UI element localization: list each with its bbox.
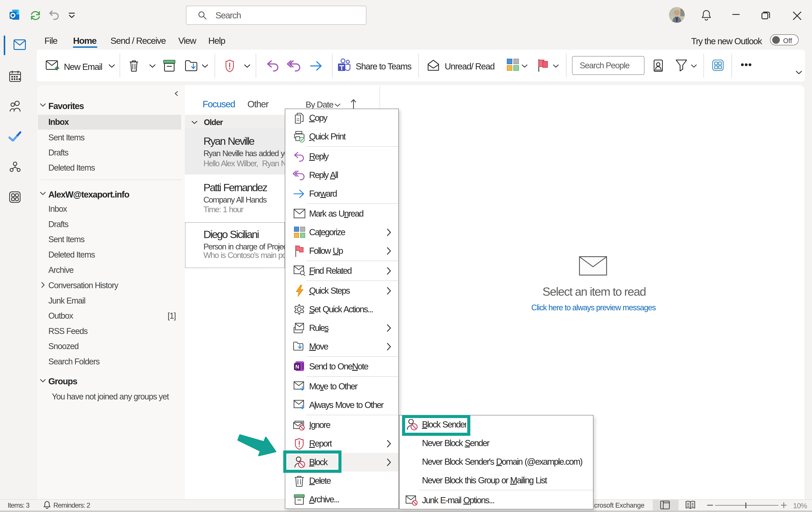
- svg-text:N: N: [295, 364, 299, 370]
